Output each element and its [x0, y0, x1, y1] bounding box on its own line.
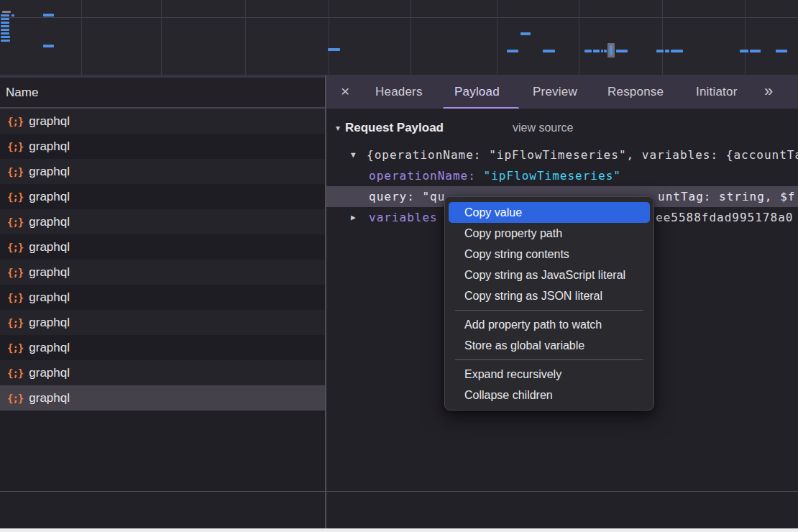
request-name: graphql — [29, 165, 70, 179]
waterfall-bar — [1, 22, 9, 24]
request-row[interactable]: {;}graphql — [0, 285, 325, 310]
devtools-network-panel: Name × Headers Payload Preview Response … — [0, 0, 798, 532]
request-row[interactable]: {;}graphql — [0, 234, 325, 260]
request-row[interactable]: {;}graphql — [0, 310, 325, 335]
request-name: graphql — [29, 114, 70, 129]
request-row[interactable]: {;}graphql — [0, 184, 325, 209]
waterfall-bar — [507, 50, 518, 52]
tab-payload[interactable]: Payload — [454, 75, 500, 109]
menu-item-copy-value[interactable]: Copy value — [449, 202, 650, 223]
waterfall-bar — [1, 18, 9, 20]
collapse-triangle-icon[interactable]: ▾ — [336, 117, 340, 139]
query-property-fragment: query: "qu — [369, 186, 445, 207]
waterfall-bar — [328, 48, 340, 51]
waterfall-bar — [1, 40, 10, 42]
menu-item-add-property-path-to-watch[interactable]: Add property path to watch — [445, 314, 653, 335]
waterfall-bar — [593, 50, 600, 52]
waterfall-bar — [750, 50, 761, 52]
json-fetch-icon: {;} — [7, 393, 23, 404]
network-overview-timeline[interactable] — [0, 0, 798, 75]
request-name: graphql — [29, 139, 70, 154]
timeline-gridline — [411, 0, 411, 75]
timeline-gridline — [81, 0, 82, 75]
request-row[interactable]: {;}graphql — [0, 360, 325, 385]
overview-divider-line — [0, 17, 798, 18]
request-payload-section-header: ▾ Request Payload view source — [326, 117, 798, 139]
waterfall-bar — [604, 50, 607, 52]
window-bottom-edge — [0, 528, 798, 532]
request-row[interactable]: {;}graphql — [0, 109, 325, 134]
menu-separator — [455, 310, 643, 311]
menu-item-expand-recursively[interactable]: Expand recursively — [445, 364, 653, 385]
details-tab-bar: × Headers Payload Preview Response Initi… — [326, 75, 798, 109]
query-value-fragment: untTag: string, $f — [658, 186, 795, 207]
tab-preview[interactable]: Preview — [533, 75, 577, 109]
waterfall-bar — [665, 50, 669, 52]
request-name: graphql — [29, 341, 70, 355]
tree-row-root-preview[interactable]: ▼ {operationName: "ipFlowTimeseries", va… — [326, 145, 798, 165]
menu-item-copy-string-json-literal[interactable]: Copy string as JSON literal — [445, 285, 653, 306]
expanded-triangle-icon[interactable]: ▼ — [351, 145, 356, 165]
tree-row-operation-name[interactable]: operationName: "ipFlowTimeseries" — [326, 165, 798, 186]
view-source-link[interactable]: view source — [513, 117, 573, 139]
request-name: graphql — [29, 265, 70, 280]
json-fetch-icon: {;} — [7, 292, 23, 303]
request-row[interactable]: {;}graphql — [0, 159, 325, 184]
request-row[interactable]: {;}graphql — [0, 335, 325, 360]
waterfall-bar — [1, 25, 9, 27]
json-fetch-icon: {;} — [7, 191, 23, 203]
json-fetch-icon: {;} — [7, 242, 23, 253]
menu-item-copy-string-js-literal[interactable]: Copy string as JavaScript literal — [445, 265, 653, 285]
json-fetch-icon: {;} — [7, 166, 23, 178]
waterfall-bar — [1, 32, 9, 35]
context-menu: Copy value Copy property path Copy strin… — [444, 196, 654, 411]
section-title: Request Payload — [345, 117, 444, 139]
request-row[interactable]: {;}graphql — [0, 209, 325, 234]
property-value: "ipFlowTimeseries" — [484, 169, 621, 183]
request-name: graphql — [29, 316, 70, 330]
root-object-preview: {operationName: "ipFlowTimeseries", vari… — [367, 148, 798, 162]
json-fetch-icon: {;} — [7, 342, 23, 354]
timeline-gridline — [245, 0, 246, 75]
waterfall-bar — [671, 50, 683, 52]
panel-divider[interactable] — [325, 75, 326, 528]
waterfall-bar — [584, 50, 592, 52]
request-name: graphql — [29, 366, 70, 380]
menu-item-collapse-children[interactable]: Collapse children — [445, 385, 653, 405]
close-icon[interactable]: × — [341, 75, 349, 109]
status-bar — [0, 492, 798, 528]
name-column-label: Name — [0, 86, 38, 100]
tab-headers[interactable]: Headers — [375, 75, 423, 109]
request-row[interactable]: {;}graphql — [0, 134, 325, 159]
name-column-header[interactable]: Name — [0, 78, 325, 109]
waterfall-bar — [2, 11, 11, 13]
waterfall-bar — [520, 32, 531, 35]
waterfall-bar — [610, 45, 613, 55]
property-key: operationName: — [369, 169, 476, 183]
request-name: graphql — [29, 190, 70, 204]
request-row[interactable]: {;}graphql — [0, 385, 325, 411]
timeline-gridline — [745, 0, 746, 75]
tab-response[interactable]: Response — [607, 75, 664, 109]
menu-item-store-as-global-variable[interactable]: Store as global variable — [445, 335, 653, 356]
menu-item-copy-property-path[interactable]: Copy property path — [445, 223, 653, 244]
request-row[interactable]: {;}graphql — [0, 260, 325, 285]
waterfall-bar — [601, 50, 603, 52]
timeline-gridline — [329, 0, 329, 75]
menu-item-copy-string-contents[interactable]: Copy string contents — [445, 244, 653, 265]
json-fetch-icon: {;} — [7, 141, 23, 152]
timeline-gridline — [579, 0, 579, 75]
waterfall-bar — [1, 29, 9, 31]
collapsed-triangle-icon[interactable]: ▶ — [351, 207, 356, 228]
waterfall-bar — [616, 50, 628, 52]
request-name: graphql — [29, 290, 70, 305]
waterfall-bar — [43, 14, 54, 17]
waterfall-bar — [43, 45, 54, 47]
json-fetch-icon: {;} — [7, 367, 23, 379]
variables-preview-fragment: ee5588fdad995178a0 — [656, 207, 793, 228]
property-key: variables — [369, 211, 438, 224]
chevron-double-right-icon[interactable]: » — [764, 75, 773, 109]
tab-initiator[interactable]: Initiator — [696, 75, 738, 109]
waterfall-bar — [543, 50, 555, 52]
request-name: graphql — [29, 391, 70, 405]
